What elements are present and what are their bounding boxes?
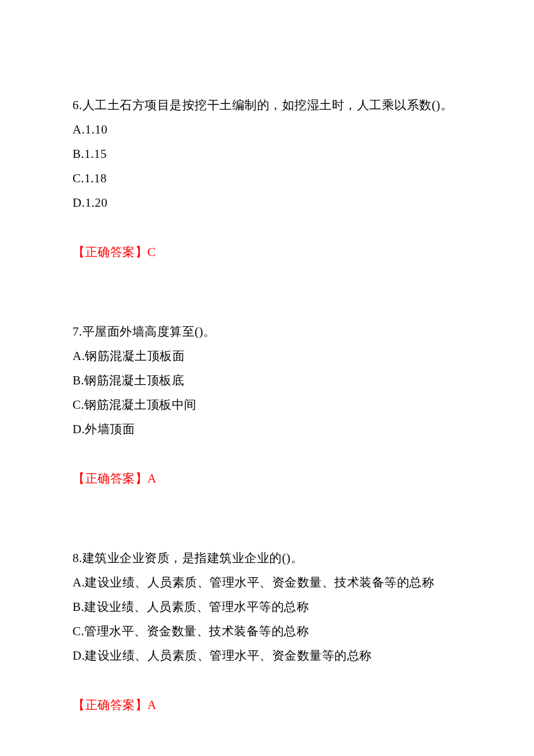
option-a: A.钢筋混凝土顶板面 [73, 344, 461, 368]
question-8: 8.建筑业企业资质，是指建筑业企业的()。 A.建设业绩、人员素质、管理水平、资… [73, 546, 461, 717]
question-stem: 6.人工土石方项目是按挖干土编制的，如挖湿土时，人工乘以系数()。 [73, 93, 461, 117]
answer-label: 【正确答案】 [73, 471, 147, 485]
option-a: A.建设业绩、人员素质、管理水平、资金数量、技术装备等的总称 [73, 570, 461, 595]
answer-value: C [147, 245, 156, 259]
option-c: C.管理水平、资金数量、技术装备等的总称 [73, 619, 461, 643]
option-c: C.1.18 [73, 166, 461, 190]
answer-value: A [147, 471, 157, 485]
option-b: B.钢筋混凝土顶板底 [73, 368, 461, 393]
option-d: D.外墙顶面 [73, 417, 461, 441]
answer-value: A [147, 698, 157, 712]
answer-line: 【正确答案】C [73, 240, 461, 264]
option-d: D.建设业绩、人员素质、管理水平、资金数量等的总称 [73, 643, 461, 668]
page-content: 6.人工土石方项目是按挖干土编制的，如挖湿土时，人工乘以系数()。 A.1.10… [0, 0, 534, 756]
question-stem: 7.平屋面外墙高度算至()。 [73, 319, 461, 344]
option-a: A.1.10 [73, 117, 461, 142]
question-6: 6.人工土石方项目是按挖干土编制的，如挖湿土时，人工乘以系数()。 A.1.10… [73, 93, 461, 264]
option-b: B.建设业绩、人员素质、管理水平等的总称 [73, 595, 461, 619]
question-stem: 8.建筑业企业资质，是指建筑业企业的()。 [73, 546, 461, 570]
answer-line: 【正确答案】A [73, 693, 461, 717]
answer-line: 【正确答案】A [73, 466, 461, 491]
option-c: C.钢筋混凝土顶板中间 [73, 393, 461, 417]
answer-label: 【正确答案】 [73, 698, 147, 712]
option-d: D.1.20 [73, 190, 461, 215]
question-7: 7.平屋面外墙高度算至()。 A.钢筋混凝土顶板面 B.钢筋混凝土顶板底 C.钢… [73, 319, 461, 491]
answer-label: 【正确答案】 [73, 245, 147, 259]
option-b: B.1.15 [73, 142, 461, 166]
